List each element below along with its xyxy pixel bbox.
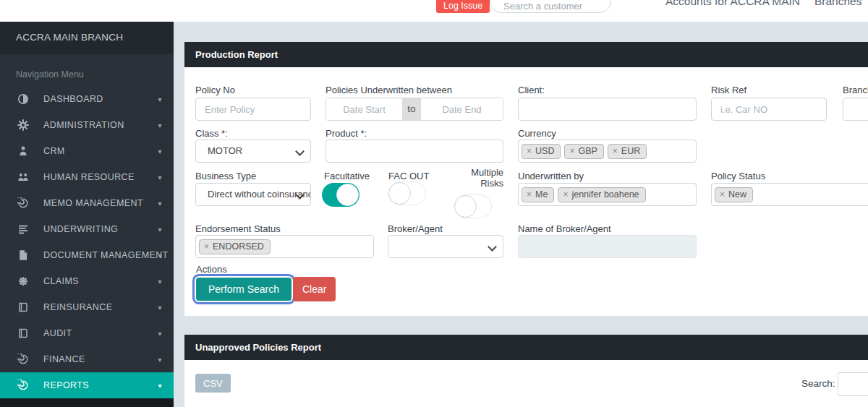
sidebar-item-claims[interactable]: CLAIMS [0,268,174,294]
caret-down-icon [158,226,162,234]
date-end-input[interactable] [421,98,503,120]
selected-tag[interactable]: ×EUR [608,144,647,159]
clear-button[interactable]: Clear [293,277,336,301]
sidebar-item-underwriting[interactable]: UNDERWRITING [0,216,174,242]
broker-name-label: Name of Broker/Agent [518,223,611,234]
sidebar-item-label: ADMINISTRATION [43,120,124,130]
sidebar-item-label: MEMO MANAGEMENT [43,198,143,208]
coil-icon [17,380,29,391]
sidebar-item-label: REPORTS [43,380,89,390]
client-label: Client: [518,85,545,95]
book-icon [17,301,29,313]
csv-export-button[interactable]: CSV [195,374,231,393]
caret-down-icon [158,95,162,103]
multiple-risks-toggle[interactable] [454,194,492,218]
selected-tag[interactable]: ×USD [522,144,561,159]
sidebar-menu: DASHBOARDADMINISTRATIONCRMHUMAN RESOURCE… [0,86,174,398]
remove-tag-icon[interactable]: × [527,189,532,200]
sidebar-item-memo-management[interactable]: MEMO MANAGEMENT [0,190,174,216]
broker-name-input [518,235,697,258]
sidebar-item-label: UNDERWRITING [43,224,118,234]
remove-tag-icon[interactable]: × [563,189,568,200]
underwritten-by-label: Underwritten by [518,171,584,181]
currency-tagbox[interactable]: ×USD×GBP×EUR [518,140,697,163]
toggle-knob [388,182,411,205]
product-label: Product *: [326,128,367,139]
caret-down-icon [158,356,162,364]
nav-accounts-label: Accounts for ACCRA MAIN [665,0,800,7]
selected-tag[interactable]: ×GBP [564,144,603,159]
tag-label: ENDORSED [213,241,264,252]
fac-out-toggle[interactable] [388,181,426,205]
customer-search-input[interactable] [490,0,611,13]
tag-label: Me [535,189,548,200]
coil-icon [17,354,29,365]
coil-icon [17,197,29,209]
nav-branches[interactable]: Branches [814,0,867,8]
branch-title: ACCRA MAIN BRANCH [0,22,174,53]
policy-status-tagbox[interactable]: ×New [711,183,868,206]
caret-down-icon [158,252,162,260]
sidebar-item-finance[interactable]: FINANCE [0,346,174,372]
facultative-toggle[interactable] [322,183,359,207]
business-type-select[interactable]: Direct without coinsurance [195,183,311,206]
client-input[interactable] [518,98,697,121]
tag-label: New [728,189,746,200]
burst-icon [17,275,29,287]
table-search-label: Search: [801,378,835,389]
selected-tag[interactable]: ×jennifer boahene [558,187,645,202]
sidebar-item-label: AUDIT [43,328,72,338]
top-bar: Log Issue Accounts for ACCRA MAIN Branch… [0,0,868,22]
selected-tag[interactable]: ×New [715,187,753,202]
business-type-label: Business Type [195,171,256,181]
nav-accounts[interactable]: Accounts for ACCRA MAIN [665,0,804,8]
log-issue-button[interactable]: Log Issue [436,0,490,13]
underwritten-between-label: Policies Underwritten between [326,85,452,95]
remove-tag-icon[interactable]: × [720,189,725,200]
sidebar-item-reinsurance[interactable]: REINSURANCE [0,294,174,320]
perform-search-button[interactable]: Perform Search [196,278,292,301]
sidebar-item-document-management[interactable]: DOCUMENT MANAGEMENT [0,242,174,268]
sidebar-item-administration[interactable]: ADMINISTRATION [0,112,174,138]
facultative-label: Facultative [324,171,370,181]
table-search-input[interactable] [838,372,868,396]
policy-no-input[interactable] [195,98,311,121]
product-input[interactable] [326,140,503,163]
policy-status-label: Policy Status [711,171,765,181]
gear-icon [17,119,29,131]
selected-tag[interactable]: ×ENDORSED [199,239,271,254]
sidebar-item-audit[interactable]: AUDIT [0,320,174,346]
remove-tag-icon[interactable]: × [204,241,209,252]
panel-title: Production Report [184,42,868,67]
broker-agent-label: Broker/Agent [388,223,443,234]
people-icon [17,171,29,183]
sidebar-item-crm[interactable]: CRM [0,138,174,164]
remove-tag-icon[interactable]: × [569,146,574,156]
sidebar-item-human-resource[interactable]: HUMAN RESOURCE [0,164,174,190]
broker-agent-select[interactable] [388,235,503,258]
risk-ref-input[interactable] [711,98,827,121]
sidebar-item-reports[interactable]: REPORTS [0,372,174,398]
branch-label: Branches [843,85,868,95]
date-start-input[interactable] [326,98,402,120]
class-select[interactable]: MOTOR [195,140,311,163]
multiple-risks-label: Multiple Risks [456,167,503,189]
risk-ref-label: Risk Ref [711,85,746,95]
remove-tag-icon[interactable]: × [527,146,532,156]
actions-label: Actions [196,264,227,275]
sidebar-item-label: CRM [43,146,65,156]
endorsement-status-tagbox[interactable]: ×ENDORSED [195,235,374,258]
person-icon [17,145,29,157]
selected-tag[interactable]: ×Me [522,187,554,202]
sidebar-submenu-area [0,398,174,407]
sidebar-item-label: FINANCE [43,354,85,364]
underwritten-by-tagbox[interactable]: ×Me×jennifer boahene [518,183,697,206]
remove-tag-icon[interactable]: × [613,146,618,156]
branch-input[interactable] [843,98,868,121]
caret-down-icon [158,173,162,181]
toggle-knob [454,195,477,218]
sidebar-item-label: CLAIMS [43,276,79,286]
unapproved-policies-panel: Unapproved Policies Report CSV Search: [184,335,868,407]
date-range-group: to [326,98,503,121]
sidebar-item-dashboard[interactable]: DASHBOARD [0,86,174,112]
